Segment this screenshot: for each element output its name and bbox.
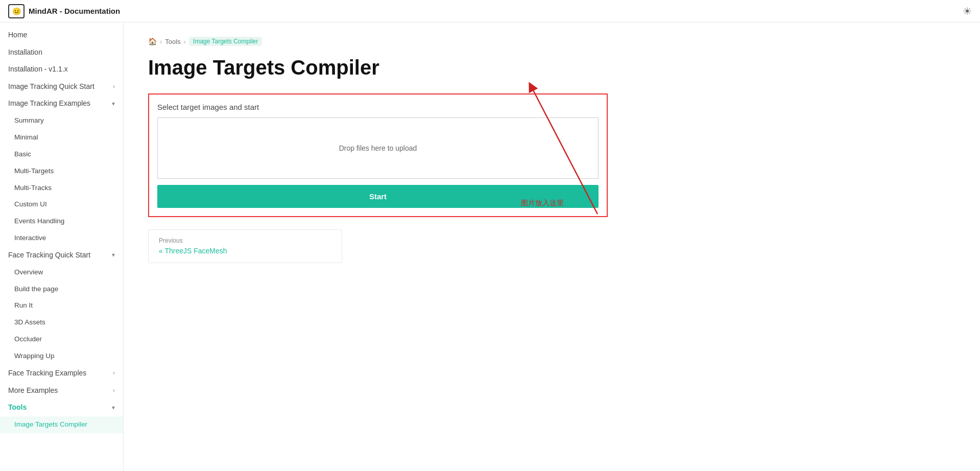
sidebar-item-label: Multi-Targets (14, 167, 54, 176)
sidebar-item-image-tracking-examples[interactable]: Image Tracking Examples▾ (0, 95, 123, 112)
chevron-icon: ▾ (112, 404, 115, 412)
breadcrumb-tools-link[interactable]: Tools (165, 38, 180, 45)
chevron-icon: › (113, 82, 115, 91)
sidebar-item-multi-tracks[interactable]: Multi-Tracks (0, 180, 123, 197)
sidebar-item-interactive[interactable]: Interactive (0, 230, 123, 247)
sidebar-item-installation[interactable]: Installation (0, 44, 123, 61)
sidebar-item-label: Image Targets Compiler (14, 420, 87, 430)
chevron-icon: › (113, 386, 115, 395)
annotation-text: 图片放入这里 (521, 199, 564, 208)
sidebar-item-installation-v1[interactable]: Installation - v1.1.x (0, 61, 123, 78)
breadcrumb: 🏠 › Tools › Image Targets Compiler (148, 37, 955, 46)
sidebar-item-label: Overview (14, 268, 43, 277)
chevron-icon: ▾ (112, 251, 115, 260)
sidebar-item-label: Installation - v1.1.x (8, 64, 68, 75)
sidebar: HomeInstallationInstallation - v1.1.xIma… (0, 22, 124, 471)
sidebar-item-face-tracking-examples[interactable]: Face Tracking Examples› (0, 365, 123, 382)
file-dropzone[interactable]: Drop files here to upload (157, 117, 599, 179)
sidebar-item-3d-assets[interactable]: 3D Assets (0, 314, 123, 331)
topbar: 😐 MindAR - Documentation ☀ (0, 0, 980, 22)
sidebar-item-label: Image Tracking Quick Start (8, 82, 94, 92)
sidebar-item-label: Minimal (14, 133, 38, 143)
prev-nav-card: Previous « ThreeJS FaceMesh (148, 229, 342, 263)
site-title: MindAR - Documentation (29, 7, 120, 15)
sidebar-item-events-handling[interactable]: Events Handling (0, 213, 123, 230)
sidebar-item-build-the-page[interactable]: Build the page (0, 281, 123, 298)
sidebar-item-basic[interactable]: Basic (0, 146, 123, 163)
chevron-icon: › (113, 369, 115, 378)
sidebar-item-label: Run It (14, 301, 33, 311)
sidebar-item-home[interactable]: Home (0, 27, 123, 44)
breadcrumb-home-icon[interactable]: 🏠 (148, 37, 157, 45)
sidebar-item-label: Installation (8, 48, 42, 58)
sidebar-item-minimal[interactable]: Minimal (0, 129, 123, 146)
sidebar-item-run-it[interactable]: Run It (0, 297, 123, 314)
sidebar-item-image-tracking-quickstart[interactable]: Image Tracking Quick Start› (0, 78, 123, 96)
sidebar-item-tools[interactable]: Tools▾ (0, 399, 123, 416)
sidebar-item-label: Summary (14, 116, 44, 126)
page-title: Image Targets Compiler (148, 56, 955, 79)
sidebar-item-label: More Examples (8, 386, 58, 396)
dropzone-text: Drop files here to upload (339, 144, 417, 152)
sidebar-item-label: Multi-Tracks (14, 183, 52, 193)
sidebar-item-wrapping-up[interactable]: Wrapping Up (0, 348, 123, 365)
logo-area: 😐 MindAR - Documentation (8, 4, 120, 18)
sidebar-item-multi-targets[interactable]: Multi-Targets (0, 163, 123, 180)
prev-link[interactable]: « ThreeJS FaceMesh (159, 247, 227, 255)
sidebar-item-label: Wrapping Up (14, 351, 55, 361)
main-content: 🏠 › Tools › Image Targets Compiler Image… (124, 22, 980, 471)
sidebar-item-image-targets-compiler[interactable]: Image Targets Compiler (0, 416, 123, 433)
sidebar-item-label: Home (8, 30, 27, 40)
sidebar-item-label: Image Tracking Examples (8, 99, 90, 109)
sidebar-item-label: 3D Assets (14, 318, 45, 327)
sidebar-item-label: Build the page (14, 285, 58, 294)
sidebar-item-label: Occluder (14, 335, 42, 344)
prev-label: Previous (159, 237, 331, 244)
sidebar-item-label: Face Tracking Examples (8, 368, 86, 379)
theme-toggle-button[interactable]: ☀ (963, 5, 972, 17)
sidebar-item-face-tracking-quickstart[interactable]: Face Tracking Quick Start▾ (0, 247, 123, 264)
sidebar-item-label: Interactive (14, 233, 46, 243)
breadcrumb-sep2: › (184, 38, 186, 45)
compiler-label: Select target images and start (157, 103, 599, 111)
sidebar-item-label: Basic (14, 150, 31, 159)
chevron-icon: ▾ (112, 100, 115, 108)
sidebar-item-label: Custom UI (14, 200, 47, 209)
sidebar-item-label: Events Handling (14, 217, 64, 226)
sidebar-item-overview[interactable]: Overview (0, 264, 123, 281)
logo-icon: 😐 (8, 4, 25, 18)
sidebar-item-label: Face Tracking Quick Start (8, 250, 90, 261)
sidebar-item-occluder[interactable]: Occluder (0, 331, 123, 348)
sidebar-item-custom-ui[interactable]: Custom UI (0, 196, 123, 213)
breadcrumb-current: Image Targets Compiler (189, 37, 262, 46)
sidebar-item-more-examples[interactable]: More Examples› (0, 382, 123, 399)
breadcrumb-sep1: › (160, 38, 162, 45)
sidebar-item-label: Tools (8, 403, 27, 413)
sidebar-item-summary[interactable]: Summary (0, 112, 123, 129)
